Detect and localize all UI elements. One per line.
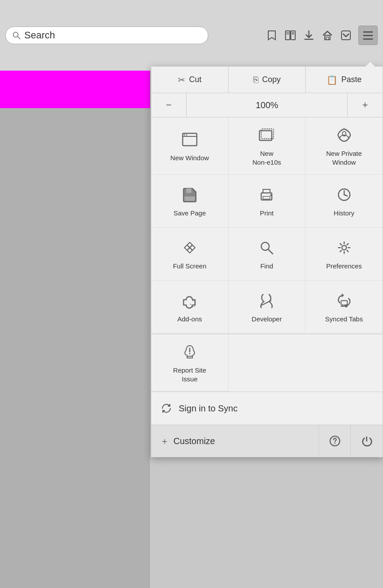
history-button[interactable]: History xyxy=(305,175,383,228)
edit-row: ✂ Cut ⎘ Copy 📋 Paste xyxy=(151,67,383,93)
svg-point-44 xyxy=(334,443,335,444)
svg-line-1 xyxy=(18,37,20,39)
developer-button[interactable]: Developer xyxy=(229,281,306,334)
toolbar-icons xyxy=(266,26,378,45)
report-row: Report SiteIssue xyxy=(151,334,383,392)
svg-point-34 xyxy=(342,245,346,250)
cut-label: Cut xyxy=(189,75,201,84)
developer-icon xyxy=(257,291,276,310)
zoom-value-label: 100% xyxy=(187,100,347,110)
new-window-icon xyxy=(180,130,199,149)
print-button[interactable]: Print xyxy=(229,175,306,228)
history-icon xyxy=(334,185,354,204)
svg-line-33 xyxy=(268,249,273,254)
pocket-icon[interactable] xyxy=(340,29,352,41)
zoom-row: − 100% + xyxy=(151,93,383,117)
svg-rect-23 xyxy=(263,196,270,199)
new-window-button[interactable]: New Window xyxy=(151,117,229,175)
svg-rect-12 xyxy=(342,31,350,40)
hamburger-dropdown: ✂ Cut ⎘ Copy 📋 Paste − 100% + xyxy=(151,66,383,457)
full-screen-icon xyxy=(180,238,199,257)
preferences-icon xyxy=(334,238,354,257)
sync-label: Sign in to Sync xyxy=(179,403,237,414)
paste-icon: 📋 xyxy=(327,75,338,85)
save-page-icon xyxy=(180,185,199,204)
customize-button[interactable]: ＋ Customize xyxy=(151,425,319,457)
history-label: History xyxy=(334,209,354,218)
hamburger-line-2 xyxy=(363,35,373,36)
paste-button[interactable]: 📋 Paste xyxy=(306,67,383,93)
svg-rect-10 xyxy=(325,35,330,40)
new-non-e10s-button[interactable]: NewNon-e10s xyxy=(229,117,306,175)
svg-rect-2 xyxy=(285,31,290,40)
report-site-issue-icon xyxy=(180,342,199,362)
print-label: Print xyxy=(260,209,274,218)
save-page-label: Save Page xyxy=(173,209,206,218)
copy-button[interactable]: ⎘ Copy xyxy=(229,67,306,93)
bookmark-icon[interactable] xyxy=(266,29,278,41)
report-site-issue-label: Report SiteIssue xyxy=(173,366,206,383)
find-icon xyxy=(257,238,276,257)
hamburger-menu-button[interactable] xyxy=(358,26,378,45)
power-icon xyxy=(360,435,373,447)
add-ons-button[interactable]: Add-ons xyxy=(151,281,229,334)
synced-tabs-button[interactable]: Synced Tabs xyxy=(305,281,383,334)
zoom-minus-label: − xyxy=(166,99,172,111)
toolbar: Search xyxy=(0,0,383,71)
print-icon xyxy=(257,185,276,204)
new-non-e10s-label: NewNon-e10s xyxy=(252,149,281,166)
svg-line-27 xyxy=(344,195,347,196)
help-icon xyxy=(329,435,341,447)
cut-icon: ✂ xyxy=(178,75,185,85)
svg-point-41 xyxy=(189,353,190,354)
search-icon xyxy=(12,31,21,40)
cut-button[interactable]: ✂ Cut xyxy=(151,67,229,93)
svg-rect-3 xyxy=(291,31,295,40)
copy-label: Copy xyxy=(262,75,281,84)
add-ons-label: Add-ons xyxy=(177,315,202,324)
sync-icon xyxy=(160,402,173,415)
svg-point-24 xyxy=(270,194,272,196)
zoom-out-button[interactable]: − xyxy=(151,93,187,117)
add-ons-icon xyxy=(180,291,199,310)
new-private-window-icon xyxy=(334,125,354,145)
new-non-e10s-icon xyxy=(257,125,276,145)
search-bar[interactable]: Search xyxy=(5,26,208,44)
hamburger-line-1 xyxy=(363,31,373,33)
search-label: Search xyxy=(24,30,55,41)
home-icon[interactable] xyxy=(321,29,334,41)
preferences-button[interactable]: Preferences xyxy=(305,228,383,281)
power-button[interactable] xyxy=(351,425,383,457)
customize-plus-icon: ＋ xyxy=(160,435,169,447)
svg-point-15 xyxy=(184,134,185,136)
svg-marker-29 xyxy=(187,248,192,253)
bottom-bar: ＋ Customize xyxy=(151,425,383,457)
new-private-window-label: New PrivateWindow xyxy=(326,149,362,166)
find-button[interactable]: Find xyxy=(229,228,306,281)
full-screen-button[interactable]: Full Screen xyxy=(151,228,229,281)
magenta-bar xyxy=(0,71,150,108)
copy-icon: ⎘ xyxy=(253,75,259,85)
gray-background xyxy=(0,108,150,588)
sign-in-sync-row[interactable]: Sign in to Sync xyxy=(151,392,383,425)
background-area xyxy=(0,71,150,588)
reader-icon[interactable] xyxy=(284,29,297,41)
synced-tabs-label: Synced Tabs xyxy=(325,315,363,324)
find-label: Find xyxy=(260,262,273,271)
zoom-plus-label: + xyxy=(362,99,368,111)
report-site-issue-button[interactable]: Report SiteIssue xyxy=(151,334,229,392)
svg-rect-21 xyxy=(184,196,195,201)
save-page-button[interactable]: Save Page xyxy=(151,175,229,228)
hamburger-line-3 xyxy=(363,38,373,40)
new-private-window-button[interactable]: New PrivateWindow xyxy=(305,117,383,175)
full-screen-label: Full Screen xyxy=(173,262,207,271)
paste-label: Paste xyxy=(341,75,361,84)
help-button[interactable] xyxy=(319,425,351,457)
synced-tabs-icon xyxy=(334,291,354,310)
svg-marker-30 xyxy=(184,245,190,250)
developer-label: Developer xyxy=(252,315,282,324)
zoom-in-button[interactable]: + xyxy=(347,93,383,117)
svg-rect-20 xyxy=(186,188,192,193)
customize-label: Customize xyxy=(173,436,215,446)
download-icon[interactable] xyxy=(303,29,315,41)
